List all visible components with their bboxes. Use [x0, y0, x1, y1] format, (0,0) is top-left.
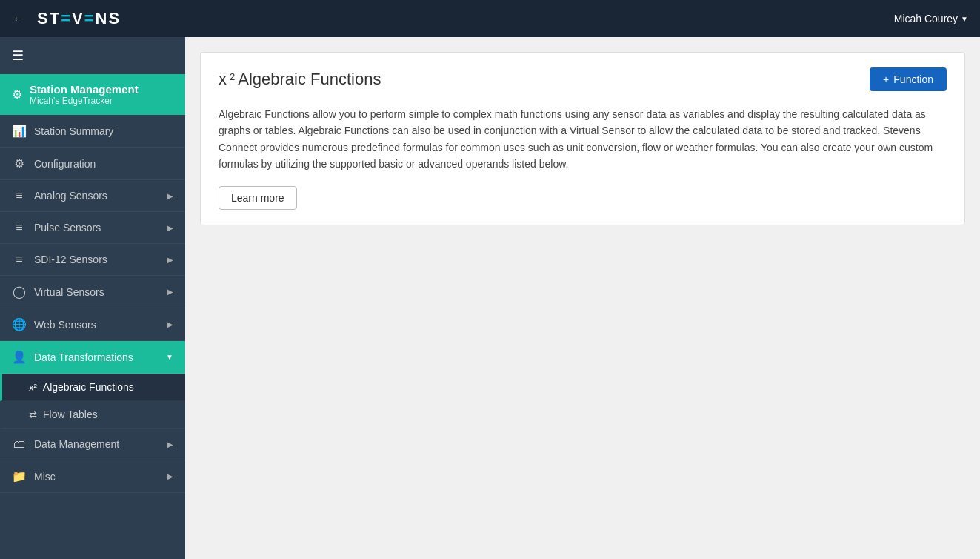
web-sensors-icon: 🌐	[12, 317, 27, 331]
data-transformations-chevron: ▼	[166, 353, 173, 361]
user-name: Micah Courey	[894, 13, 958, 24]
title-prefix: x	[219, 70, 227, 89]
add-function-label: Function	[893, 73, 933, 85]
main-content: x2 Algebraic Functions + Function Algebr…	[185, 37, 980, 559]
configuration-icon: ⚙	[12, 156, 27, 171]
data-management-chevron: ▶	[167, 440, 173, 449]
sidebar-item-misc[interactable]: 📁 Misc ▶	[0, 460, 185, 493]
top-navigation: ← ST=V=NS Micah Courey ▼	[0, 0, 980, 37]
logo: ST=V=NS	[37, 9, 121, 28]
sidebar-label-virtual-sensors: Virtual Sensors	[34, 286, 104, 298]
sidebar-subitem-flow-tables[interactable]: ⇄ Flow Tables	[0, 401, 185, 429]
page-title: x2 Algebraic Functions	[219, 70, 381, 89]
sidebar-item-configuration[interactable]: ⚙ Configuration	[0, 148, 185, 180]
virtual-sensors-chevron: ▶	[167, 288, 173, 296]
sidebar-item-pulse-sensors[interactable]: ≡ Pulse Sensors ▶	[0, 212, 185, 244]
sidebar-item-data-transformations[interactable]: 👤 Data Transformations ▼	[0, 341, 185, 374]
sidebar-header[interactable]: ⚙ Station Management Micah's EdgeTracker	[0, 74, 185, 115]
content-description: Algebraic Functions allow you to perform…	[219, 106, 947, 173]
sidebar: ☰ ⚙ Station Management Micah's EdgeTrack…	[0, 37, 185, 559]
sdi12-sensors-icon: ≡	[12, 253, 27, 266]
sidebar-item-web-sensors[interactable]: 🌐 Web Sensors ▶	[0, 308, 185, 341]
sidebar-label-analog-sensors: Analog Sensors	[34, 190, 107, 202]
misc-chevron: ▶	[167, 472, 173, 480]
sidebar-item-virtual-sensors[interactable]: ◯ Virtual Sensors ▶	[0, 276, 185, 308]
pulse-sensors-icon: ≡	[12, 221, 27, 234]
sidebar-item-data-management[interactable]: 🗃 Data Management ▶	[0, 429, 185, 460]
sidebar-sublabel-flow-tables: Flow Tables	[43, 408, 98, 420]
pulse-sensors-chevron: ▶	[167, 224, 173, 232]
learn-more-label: Learn more	[231, 192, 284, 204]
sidebar-label-station-summary: Station Summary	[34, 125, 113, 137]
sidebar-management-subtitle: Micah's EdgeTracker	[30, 96, 139, 106]
topnav-left: ← ST=V=NS	[12, 9, 121, 28]
sidebar-label-misc: Misc	[34, 471, 56, 483]
sidebar-label-configuration: Configuration	[34, 158, 96, 170]
web-sensors-chevron: ▶	[167, 320, 173, 328]
sidebar-label-data-management: Data Management	[34, 438, 119, 450]
add-function-button[interactable]: + Function	[870, 67, 947, 91]
sidebar-item-station-summary[interactable]: 📊 Station Summary	[0, 115, 185, 148]
hamburger-menu[interactable]: ☰	[0, 37, 185, 74]
layout: ☰ ⚙ Station Management Micah's EdgeTrack…	[0, 37, 980, 559]
data-transformations-icon: 👤	[12, 350, 27, 364]
back-icon[interactable]: ←	[12, 11, 25, 27]
title-suffix: Algebraic Functions	[238, 70, 381, 89]
analog-sensors-chevron: ▶	[167, 192, 173, 200]
sidebar-label-pulse-sensors: Pulse Sensors	[34, 222, 101, 234]
sidebar-item-sdi12-sensors[interactable]: ≡ SDI-12 Sensors ▶	[0, 244, 185, 276]
sdi12-sensors-chevron: ▶	[167, 256, 173, 264]
sidebar-item-analog-sensors[interactable]: ≡ Analog Sensors ▶	[0, 180, 185, 212]
sidebar-sublabel-algebraic-functions: Algebraic Functions	[43, 381, 134, 393]
add-function-plus-icon: +	[883, 73, 889, 85]
virtual-sensors-icon: ◯	[12, 285, 27, 299]
user-dropdown-arrow: ▼	[961, 15, 968, 23]
content-card: x2 Algebraic Functions + Function Algebr…	[200, 52, 965, 225]
title-superscript: 2	[230, 71, 235, 82]
gear-icon: ⚙	[12, 87, 22, 102]
sidebar-header-text: Station Management Micah's EdgeTracker	[30, 83, 139, 106]
user-menu[interactable]: Micah Courey ▼	[894, 13, 968, 24]
station-summary-icon: 📊	[12, 124, 27, 138]
sidebar-label-web-sensors: Web Sensors	[34, 319, 96, 331]
sidebar-label-data-transformations: Data Transformations	[34, 351, 133, 363]
sidebar-label-sdi12-sensors: SDI-12 Sensors	[34, 254, 107, 265]
hamburger-icon: ☰	[12, 48, 24, 63]
flow-tables-subicon: ⇄	[29, 409, 37, 420]
algebraic-functions-subicon: x²	[29, 382, 37, 393]
sidebar-management-title: Station Management	[30, 83, 139, 96]
learn-more-button[interactable]: Learn more	[219, 186, 297, 210]
sidebar-subitem-algebraic-functions[interactable]: x² Algebraic Functions	[0, 374, 185, 401]
analog-sensors-icon: ≡	[12, 189, 27, 202]
data-management-icon: 🗃	[12, 437, 27, 451]
content-card-header: x2 Algebraic Functions + Function	[219, 67, 947, 91]
misc-icon: 📁	[12, 469, 27, 483]
